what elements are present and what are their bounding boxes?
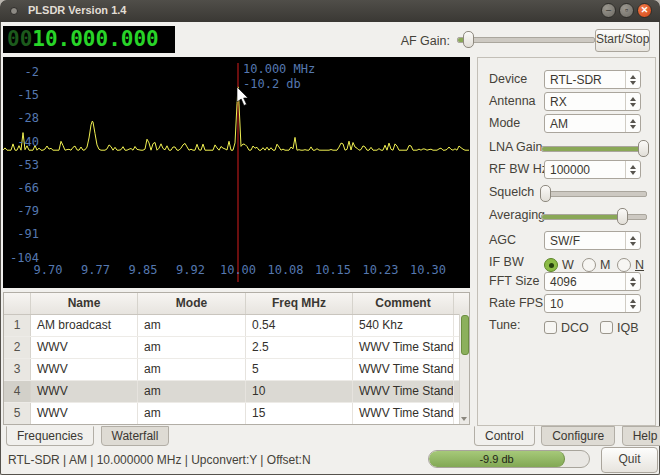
- cell-name: AM broadcast: [31, 315, 138, 336]
- cell-comment: WWV Time Standard: [353, 337, 454, 358]
- cell-num: 4: [4, 381, 31, 402]
- table-row[interactable]: 3WWVam5WWV Time Standard: [4, 359, 469, 381]
- spinner-arrows-icon[interactable]: [625, 161, 640, 178]
- cell-mode: am: [138, 381, 246, 402]
- titlebar[interactable]: PLSDR Version 1.4 – ▫ ✕: [0, 0, 660, 22]
- tune-label: Tune:: [489, 316, 521, 335]
- antenna-value: RX: [545, 95, 625, 109]
- frequency-leading-zeros: 00: [7, 27, 32, 51]
- fft-size-label: FFT Size: [489, 272, 539, 291]
- window-menu-icon[interactable]: [10, 7, 18, 15]
- signal-level-meter: -9.9 db: [428, 450, 590, 468]
- scrollbar-thumb[interactable]: [461, 315, 469, 355]
- cell-num: 1: [4, 315, 31, 336]
- left-tab-bar: Frequencies Waterfall: [6, 426, 171, 446]
- af-gain-slider[interactable]: [457, 37, 595, 43]
- tune-dco-checkbox[interactable]: DCO: [544, 318, 589, 336]
- header-name[interactable]: Name: [31, 293, 138, 314]
- mode-combo[interactable]: AM: [544, 114, 641, 133]
- table-row[interactable]: 4WWVam10WWV Time Standard: [4, 381, 469, 403]
- close-button[interactable]: ✕: [637, 3, 652, 18]
- y-tick-label: -2: [7, 65, 39, 79]
- cell-num: 3: [4, 359, 31, 380]
- frequency-display[interactable]: 0010.000.000: [3, 26, 175, 53]
- lna-gain-slider[interactable]: [541, 146, 647, 152]
- agc-combo[interactable]: SW/F: [544, 231, 641, 250]
- spinner-arrows-icon[interactable]: [625, 71, 640, 88]
- y-tick-label: -91: [7, 227, 39, 241]
- mode-label: Mode: [489, 114, 520, 133]
- cell-freq: 5: [246, 359, 353, 380]
- scrollbar-down-arrow-icon[interactable]: [461, 417, 467, 421]
- header-mode[interactable]: Mode: [138, 293, 246, 314]
- spectrum-display[interactable]: -2-15-28-40-53-66-79-91-104 9.709.779.85…: [3, 57, 470, 288]
- header-comment[interactable]: Comment: [353, 293, 454, 314]
- tab-configure[interactable]: Configure: [541, 426, 615, 446]
- table-row[interactable]: 1AM broadcastam0.54540 Khz: [4, 315, 469, 337]
- spinner-arrows-icon[interactable]: [625, 93, 640, 110]
- frequency-digits[interactable]: 10.000.000: [32, 27, 158, 51]
- spinner-arrows-icon[interactable]: [625, 295, 640, 312]
- spinner-arrows-icon[interactable]: [625, 273, 640, 290]
- header-row-number: [4, 293, 31, 314]
- start-stop-button[interactable]: Start/Stop: [595, 29, 650, 52]
- table-header-row: Name Mode Freq MHz Comment: [4, 293, 469, 315]
- af-gain-slider-handle[interactable]: [463, 31, 474, 48]
- tab-control[interactable]: Control: [474, 426, 535, 446]
- rate-fps-label: Rate FPS: [489, 294, 543, 313]
- cell-freq: 15: [246, 403, 353, 424]
- rf-bw-value: 100000: [545, 163, 625, 177]
- tab-help[interactable]: Help: [622, 426, 660, 446]
- rf-bw-combo[interactable]: 100000: [544, 160, 641, 179]
- lna-gain-slider-handle[interactable]: [638, 140, 649, 157]
- cursor-db-readout: -10.2 db: [243, 77, 301, 91]
- antenna-label: Antenna: [489, 92, 536, 111]
- x-tick-label: 9.77: [74, 263, 118, 277]
- tab-frequencies[interactable]: Frequencies: [6, 426, 94, 446]
- y-tick-label: -15: [7, 88, 39, 102]
- if-bw-label: IF BW: [489, 253, 524, 272]
- cell-name: WWV: [31, 337, 138, 358]
- checkbox-icon: [600, 321, 613, 334]
- agc-value: SW/F: [545, 234, 625, 248]
- averaging-slider[interactable]: [541, 214, 647, 220]
- cell-freq: 2.5: [246, 337, 353, 358]
- cell-freq: 10: [246, 381, 353, 402]
- rate-fps-combo[interactable]: 10: [544, 294, 641, 313]
- spinner-arrows-icon[interactable]: [625, 115, 640, 132]
- right-tab-bar: Control Configure Help: [474, 426, 660, 446]
- cell-comment: WWV Time Standard: [353, 381, 454, 402]
- x-tick-label: 10.23: [359, 263, 403, 277]
- if-bw-radio-m[interactable]: M: [582, 255, 610, 273]
- freq-table-body: 1AM broadcastam0.54540 Khz2WWVam2.5WWV T…: [4, 315, 469, 425]
- header-freq[interactable]: Freq MHz: [246, 293, 353, 314]
- quit-button[interactable]: Quit: [601, 447, 658, 473]
- antenna-combo[interactable]: RX: [544, 92, 641, 111]
- squelch-label: Squelch: [489, 183, 534, 202]
- fft-size-combo[interactable]: 4096: [544, 272, 641, 291]
- control-panel: Device RTL-SDR Antenna RX Mode AM LNA Ga…: [477, 57, 656, 426]
- tab-waterfall[interactable]: Waterfall: [101, 426, 170, 446]
- y-tick-label: -79: [7, 204, 39, 218]
- minimize-button[interactable]: –: [601, 3, 616, 18]
- cell-name: WWV: [31, 381, 138, 402]
- device-combo[interactable]: RTL-SDR: [544, 70, 641, 89]
- maximize-button[interactable]: ▫: [619, 3, 634, 18]
- averaging-slider-handle[interactable]: [617, 208, 628, 225]
- tune-iqb-checkbox[interactable]: IQB: [600, 318, 639, 336]
- squelch-slider-handle[interactable]: [540, 185, 551, 202]
- window-title: PLSDR Version 1.4: [28, 4, 126, 16]
- table-scrollbar[interactable]: [459, 314, 469, 424]
- frequency-table: Name Mode Freq MHz Comment 1AM broadcast…: [3, 292, 470, 425]
- spinner-arrows-icon[interactable]: [625, 232, 640, 249]
- cell-comment: 540 Khz: [353, 315, 454, 336]
- x-tick-label: 9.85: [121, 263, 165, 277]
- radio-icon: [582, 258, 596, 272]
- squelch-slider[interactable]: [541, 191, 647, 197]
- table-row[interactable]: 2WWVam2.5WWV Time Standard: [4, 337, 469, 359]
- if-bw-radio-n[interactable]: N: [617, 255, 644, 273]
- table-row[interactable]: 5WWVam15WWV Time Standard: [4, 403, 469, 425]
- spectrum-canvas: [3, 57, 470, 288]
- if-bw-radio-w[interactable]: W: [544, 255, 574, 273]
- agc-label: AGC: [489, 231, 516, 250]
